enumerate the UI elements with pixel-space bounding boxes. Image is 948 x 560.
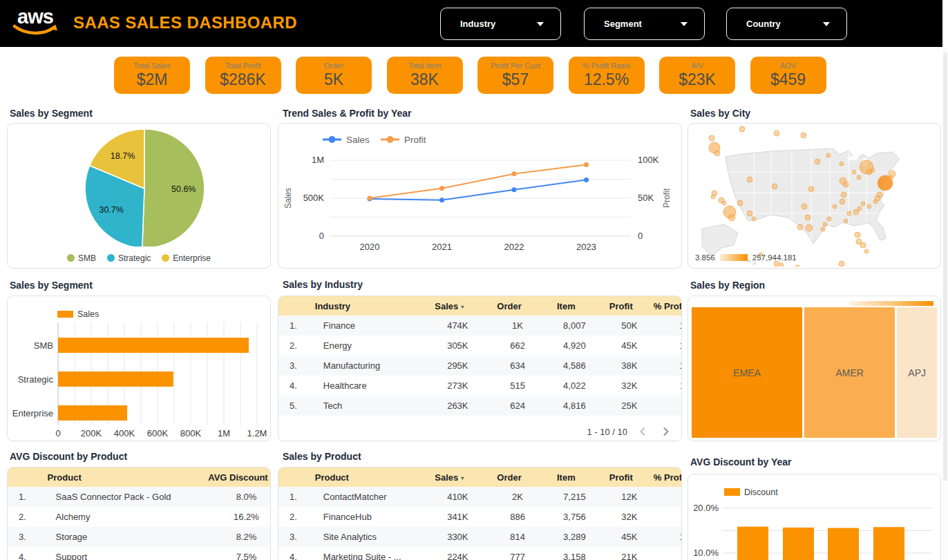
svg-text:Sales: Sales <box>283 188 293 209</box>
region-treemap-title: Sales by Region <box>690 280 765 291</box>
svg-text:Discount: Discount <box>744 487 778 497</box>
column-header-order[interactable]: Order <box>480 472 538 483</box>
sort-descending-icon: ▾ <box>461 304 464 310</box>
cell-profit: 45K <box>603 532 656 542</box>
industry-filter-dropdown[interactable]: Industry <box>440 8 561 40</box>
kpi-value: $57 <box>477 70 553 89</box>
kpi-label: Total Profit <box>205 61 281 70</box>
svg-text:Profit: Profit <box>662 188 672 208</box>
cell-product: Storage <box>53 532 198 542</box>
next-page-button[interactable] <box>658 423 674 440</box>
industry-table-pager: 1 - 10 / 10 <box>278 423 681 441</box>
column-header-industry[interactable]: Industry <box>312 301 419 311</box>
table-row: 1.SaaS Connector Pack - Gold8.0% <box>8 487 270 507</box>
sales-by-industry-table-card: IndustrySales▾OrderItemProfit% Profit Ra… <box>278 296 682 441</box>
product-table-title: Sales by Product <box>283 451 361 462</box>
column-header-product[interactable]: Product <box>312 472 419 483</box>
line-series-sales <box>370 180 587 200</box>
prev-page-button[interactable] <box>634 423 651 440</box>
city-sales-bubble <box>752 217 756 221</box>
city-sales-bubble <box>823 222 827 226</box>
discount-bar <box>873 527 904 560</box>
city-sales-bubble <box>826 153 831 157</box>
row-index: 4. <box>278 552 321 560</box>
cell-industry: Finance <box>321 320 427 331</box>
column-header-sales[interactable]: Sales▾ <box>419 472 481 483</box>
kpi-value: 5K <box>296 70 372 89</box>
kpi-card-total-profit: Total Profit$286K <box>205 57 281 94</box>
industry-table-title: Sales by Industry <box>283 279 363 290</box>
kpi-label: AIV <box>659 61 735 70</box>
kpi-label: Profit Per Cust <box>477 61 553 70</box>
trend-line-chart: 0500K1M050K100KSalesProfit20202021202220… <box>278 124 680 267</box>
city-sales-bubble <box>739 126 745 132</box>
city-sales-bubble <box>711 195 715 199</box>
treemap-node-amer: AMER <box>804 307 895 438</box>
cell-avg-discount: 7.5% <box>198 552 271 560</box>
cell-profit: 21K <box>603 552 656 560</box>
kpi-value: $286K <box>205 70 281 89</box>
cell-sales: 263K <box>427 400 489 411</box>
sales-by-segment-bar-card: 0200K400K600K800K1M1.2MSMBStrategicEnter… <box>7 296 271 441</box>
cell-industry: Healthcare <box>321 380 427 391</box>
city-sales-bubble <box>864 249 869 253</box>
industry-table: IndustrySales▾OrderItemProfit% Profit Ra… <box>278 296 681 441</box>
column-header--profit-rasio[interactable]: % Profit Rasio <box>648 472 682 483</box>
kpi-card-aiv: AIV$23K <box>659 57 735 94</box>
treemap-node-emea: EMEA <box>692 307 802 438</box>
column-header-item[interactable]: Item <box>538 301 594 311</box>
column-header-sales[interactable]: Sales▾ <box>419 301 481 311</box>
city-sales-bubble <box>889 175 893 180</box>
city-sales-bubble <box>873 200 878 204</box>
pie-legend-item-smb: SMB <box>67 253 96 263</box>
svg-text:10.0%: 10.0% <box>693 548 719 558</box>
trend-chart-title: Trend Sales & Profit by Year <box>283 108 411 119</box>
country-filter-dropdown[interactable]: Country <box>726 8 847 40</box>
trend-line-chart-card: 0500K1M050K100KSalesProfit20202021202220… <box>278 123 682 269</box>
cell-item: 3,158 <box>547 552 603 560</box>
sales-by-segment-pie-card: 50.6%30.7%18.7% SMBStrategicEnterprise <box>7 123 271 269</box>
city-sales-bubble <box>840 162 844 166</box>
scrollbar-thumb[interactable] <box>943 52 947 481</box>
svg-text:2021: 2021 <box>432 242 452 252</box>
cell-product: ContactMatcher <box>321 492 427 502</box>
chevron-left-icon <box>636 425 650 438</box>
sales-by-product-table-card: ProductSales▾OrderItemProfit% Profit Ras… <box>278 467 682 560</box>
column-header-order[interactable]: Order <box>480 301 538 311</box>
cell--profit-rasio: 3.0% <box>656 492 682 502</box>
cell-sales: 410K <box>427 492 489 502</box>
column-header--profit-rasio[interactable]: % Profit Rasio <box>648 301 682 311</box>
row-index: 1. <box>278 320 321 331</box>
city-sales-bubble <box>843 182 849 187</box>
dashboard-root: aws SAAS SALES DASHBOARD Industry Segmen… <box>0 0 948 560</box>
cell-product: Site Analytics <box>321 532 427 542</box>
discount-bar <box>828 528 859 560</box>
svg-text:Sales: Sales <box>77 309 99 319</box>
cell--profit-rasio: 14.9% <box>656 340 682 351</box>
cell-product: Alchemy <box>53 512 198 522</box>
kpi-label: Total Sales <box>114 61 190 70</box>
row-index: 3. <box>278 532 321 542</box>
column-header-profit[interactable]: Profit <box>594 472 648 483</box>
column-header-avg-discount[interactable]: AVG Discount <box>189 472 271 483</box>
segment-filter-dropdown[interactable]: Segment <box>584 8 705 40</box>
cell-sales: 295K <box>427 360 489 371</box>
cell-item: 4,022 <box>547 380 603 391</box>
column-header-profit[interactable]: Profit <box>594 301 648 311</box>
cell-industry: Tech <box>321 400 427 411</box>
cell-item: 7,215 <box>547 492 603 502</box>
svg-text:0: 0 <box>55 428 60 438</box>
column-header-product[interactable]: Product <box>45 472 189 483</box>
cell-order: 2K <box>489 492 547 502</box>
legend-dot <box>107 254 115 262</box>
row-index: 2. <box>278 512 321 522</box>
pagination-label: 1 - 10 / 10 <box>587 427 627 437</box>
city-sales-bubble <box>728 214 735 221</box>
city-sales-bubble <box>747 211 752 216</box>
city-sales-bubble <box>801 133 806 138</box>
kpi-value: $459 <box>750 70 826 89</box>
table-row: 5.Tech263K6244,81625K9.4% <box>278 396 681 416</box>
column-header-item[interactable]: Item <box>538 472 594 483</box>
segment-pie-chart: 50.6%30.7%18.7% <box>8 124 269 247</box>
aws-logo: aws <box>11 6 59 37</box>
